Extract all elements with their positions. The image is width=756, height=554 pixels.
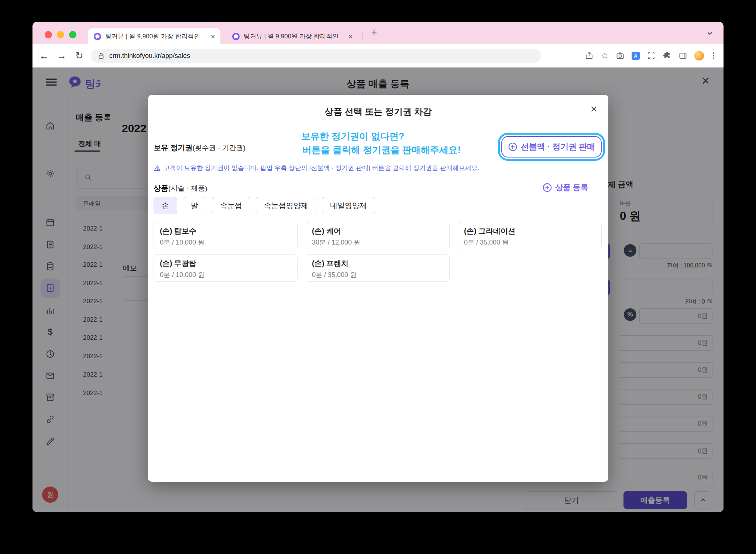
product-name: (손) 탑보수	[160, 226, 291, 236]
plus-circle-icon	[508, 142, 518, 152]
warning-icon	[154, 165, 161, 172]
browser-toolbar: ← → ↻ crm.thinkofyou.kr/app/sales ☆ A	[32, 44, 724, 67]
category-tab-lash-serum[interactable]: 속눈썹영양제	[256, 197, 316, 214]
plus-circle-icon	[542, 183, 552, 193]
browser-tab-bar: 팅커뷰 | 월 9,900원 가장 합리적인 × 팅커뷰 | 월 9,900원 …	[32, 22, 724, 44]
category-tab-lash[interactable]: 속눈썹	[212, 197, 250, 214]
back-button[interactable]: ←	[38, 51, 49, 60]
product-section-label: 상품(시술 · 제품)	[154, 183, 207, 193]
profile-avatar[interactable]	[694, 51, 704, 60]
browser-window: 팅커뷰 | 월 9,900원 가장 합리적인 × 팅커뷰 | 월 9,900원 …	[32, 22, 724, 512]
forward-button[interactable]: →	[56, 51, 67, 60]
product-card[interactable]: (손) 탑보수 0분 / 10,000 원	[154, 222, 298, 249]
traffic-close-button[interactable]	[45, 31, 52, 38]
tab-list-chevron-icon[interactable]	[706, 29, 714, 37]
product-info: 0분 / 10,000 원	[160, 238, 291, 247]
browser-menu-icon[interactable]	[711, 52, 716, 59]
site-favicon-icon	[232, 32, 240, 41]
no-pass-notice: 고객이 보유한 정기권이 없습니다. 팝업 우측 상단의 [선불액 · 정기권 …	[154, 164, 480, 172]
screenshot-camera-icon[interactable]	[616, 51, 625, 60]
product-select-modal: 상품 선택 또는 정기권 차감 × 보유 정기권(횟수권 · 기간권) 보유한 …	[148, 95, 608, 482]
modal-title: 상품 선택 또는 정기권 차감	[148, 95, 608, 118]
tab-divider	[362, 32, 362, 41]
side-panel-icon[interactable]	[678, 51, 687, 60]
category-tab-foot[interactable]: 발	[183, 197, 206, 214]
product-name: (손) 프렌치	[312, 259, 443, 269]
address-bar[interactable]: crm.thinkofyou.kr/app/sales	[91, 49, 541, 63]
traffic-minimize-button[interactable]	[57, 31, 64, 38]
site-favicon-icon	[93, 32, 102, 41]
tab-close-icon[interactable]: ×	[211, 32, 215, 40]
add-product-button[interactable]: 상품 등록	[542, 182, 588, 193]
product-grid: (손) 탑보수 0분 / 10,000 원 (손) 케어 30분 / 12,00…	[154, 222, 605, 282]
product-name: (손) 그라데이션	[464, 226, 595, 236]
product-card[interactable]: (손) 무광탑 0분 / 10,000 원	[154, 254, 298, 282]
traffic-zoom-button[interactable]	[69, 31, 76, 38]
product-name: (손) 케어	[312, 226, 443, 236]
extensions-puzzle-icon[interactable]	[663, 51, 671, 60]
product-card[interactable]: (손) 그라데이션 0분 / 35,000 원	[458, 222, 602, 249]
tab-close-icon[interactable]: ×	[348, 32, 353, 40]
product-info: 30분 / 12,000 원	[312, 238, 443, 247]
tooltip-line-1: 보유한 정기권이 없다면?	[301, 130, 404, 142]
product-info: 0분 / 35,000 원	[464, 238, 595, 247]
url-text: crm.thinkofyou.kr/app/sales	[109, 52, 190, 60]
product-card[interactable]: (손) 케어 30분 / 12,000 원	[306, 222, 450, 249]
owned-pass-label: 보유 정기권(횟수권 · 기간권)	[154, 143, 245, 153]
product-name: (손) 무광탑	[160, 259, 291, 269]
share-icon[interactable]	[585, 51, 594, 60]
capture-frame-icon[interactable]	[647, 51, 656, 60]
category-tab-nail-serum[interactable]: 네일영양제	[322, 197, 375, 214]
lock-icon	[97, 51, 106, 60]
category-tabs: 손 발 속눈썹 속눈썹영양제 네일영양제	[154, 197, 375, 214]
tab-title: 팅커뷰 | 월 9,900원 가장 합리적인	[105, 32, 207, 41]
modal-close-icon[interactable]: ×	[590, 103, 597, 115]
product-card[interactable]: (손) 프렌치 0분 / 35,000 원	[306, 254, 450, 282]
translate-icon[interactable]: A	[632, 52, 640, 60]
browser-tab-2[interactable]: 팅커뷰 | 월 9,900원 가장 합리적인 ×	[227, 28, 358, 44]
sell-pass-button[interactable]: 선불액 · 정기권 판매	[501, 136, 602, 157]
app-page: 팅커뷰 상품 매출 등록 ×	[32, 67, 724, 512]
product-info: 0분 / 10,000 원	[160, 270, 291, 279]
category-tab-hand[interactable]: 손	[154, 197, 177, 214]
tooltip-line-2: 버튼을 클릭해 정기권을 판매해주세요!	[302, 144, 461, 156]
product-info: 0분 / 35,000 원	[312, 270, 443, 279]
reload-button[interactable]: ↻	[74, 51, 85, 60]
browser-tab-1[interactable]: 팅커뷰 | 월 9,900원 가장 합리적인 ×	[88, 28, 220, 44]
tab-title: 팅커뷰 | 월 9,900원 가장 합리적인	[244, 32, 345, 41]
new-tab-button[interactable]: +	[371, 27, 377, 37]
bookmark-star-icon[interactable]: ☆	[601, 51, 609, 60]
